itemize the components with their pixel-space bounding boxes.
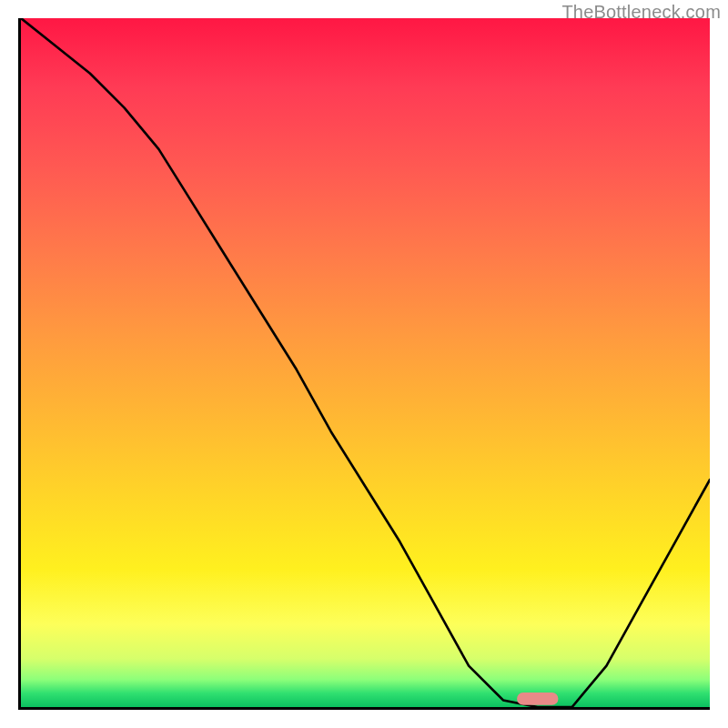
bottleneck-curve: [21, 18, 710, 707]
chart-frame: TheBottleneck.com: [0, 0, 728, 728]
plot-area: [18, 18, 710, 710]
optimal-range-marker: [517, 693, 558, 705]
curve-layer: [21, 18, 710, 707]
